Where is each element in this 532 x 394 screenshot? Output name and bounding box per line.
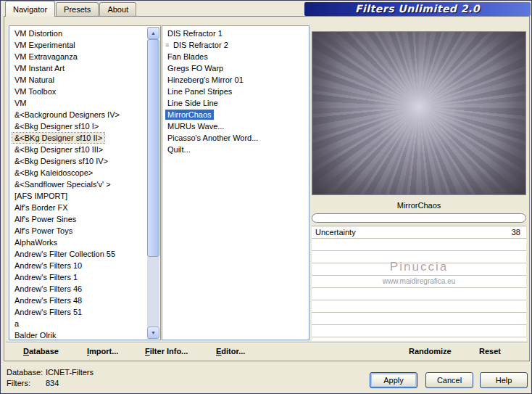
category-item[interactable]: [AFS IMPORT]: [10, 190, 147, 202]
filter-item[interactable]: DIS Refractor 1: [163, 28, 307, 39]
filter-item[interactable]: Gregs FO Warp: [163, 62, 307, 74]
help-button[interactable]: Help: [480, 372, 528, 388]
param-value: 38: [512, 226, 520, 238]
empty-row: [312, 313, 526, 325]
category-item[interactable]: a: [10, 318, 147, 329]
filter-item[interactable]: MURUs Wave...: [163, 120, 307, 132]
category-list: VM DistortionVM ExperimentalVM Extravaga…: [9, 25, 161, 340]
filter-item[interactable]: Fan Blades: [163, 51, 307, 62]
toolbar-separator: [6, 342, 528, 343]
navigator-panel: VM DistortionVM ExperimentalVM Extravaga…: [4, 16, 530, 361]
filter-item[interactable]: Picasso's Another Word...: [163, 132, 307, 144]
preview-image: [312, 31, 526, 195]
category-item[interactable]: Andrew's Filters 48: [10, 295, 147, 306]
cancel-button[interactable]: Cancel: [425, 372, 473, 388]
editor-button[interactable]: Editor...: [216, 347, 245, 356]
scrollbar-thumb[interactable]: [147, 39, 159, 257]
tab[interactable]: Presets: [56, 2, 99, 16]
filters-unlimited-dialog: NavigatorPresetsAbout Filters Unlimited …: [0, 0, 532, 394]
category-item[interactable]: &<Bkg Designers sf10 IV>: [10, 155, 147, 167]
filter-item[interactable]: Hinzeberg's Mirror 01: [163, 74, 307, 86]
database-status-value: ICNET-Filters: [46, 368, 93, 377]
category-item[interactable]: Andrew's Filters 51: [10, 306, 147, 318]
category-item[interactable]: Alf's Border FX: [10, 202, 147, 213]
category-item[interactable]: Alf's Power Toys: [10, 225, 147, 237]
empty-row: [312, 325, 526, 337]
uncertainty-slider[interactable]: [312, 213, 526, 223]
filter-item[interactable]: Quilt...: [163, 144, 307, 155]
category-item[interactable]: Balder Olrik: [10, 329, 147, 340]
filters-count-label: Filters:: [7, 379, 30, 387]
empty-row: [312, 300, 526, 313]
filter-item[interactable]: Line Panel Stripes: [163, 86, 307, 97]
category-item[interactable]: VM: [10, 97, 147, 109]
category-item[interactable]: &<Bkg Kaleidoscope>: [10, 167, 147, 178]
category-item[interactable]: &<Bkg Designer sf10 III>: [10, 144, 147, 155]
category-item[interactable]: &<Background Designers IV>: [10, 109, 147, 120]
selected-filter-name: MirrorChaos: [312, 200, 526, 212]
param-row[interactable]: Uncertainty 38: [312, 226, 526, 239]
randomize-button[interactable]: Randomize: [409, 347, 452, 356]
empty-row: [312, 251, 526, 263]
filter-info-button[interactable]: Filter Info...: [145, 347, 188, 356]
filter-item[interactable]: ≡DIS Refractor 2: [163, 39, 307, 51]
reset-button[interactable]: Reset: [479, 347, 501, 356]
scroll-up-icon[interactable]: ▲: [147, 27, 159, 39]
category-item[interactable]: AlphaWorks: [10, 237, 147, 248]
import-button[interactable]: Import...: [87, 347, 118, 356]
filter-item[interactable]: MirrorChaos: [163, 109, 307, 120]
category-item[interactable]: VM Distortion: [10, 28, 147, 39]
title-banner: Filters Unlimited 2.0: [304, 2, 531, 16]
category-item[interactable]: VM Experimental: [10, 39, 147, 51]
scroll-down-icon[interactable]: ▼: [147, 327, 159, 339]
category-item[interactable]: Andrew's Filter Collection 55: [10, 248, 147, 260]
category-item[interactable]: VM Toolbox: [10, 86, 147, 97]
empty-row: [312, 263, 526, 276]
filter-item[interactable]: Line Side Line: [163, 97, 307, 109]
list-marker-icon: ≡: [165, 39, 170, 51]
tab-strip: NavigatorPresetsAbout: [5, 1, 136, 17]
parameter-table: Uncertainty 38 Pinuccia www.maidiregrafi…: [312, 226, 526, 341]
category-scrollbar[interactable]: ▲ ▼: [147, 27, 159, 339]
category-item[interactable]: &<Bkg Designer sf10 I>: [10, 120, 147, 132]
category-item[interactable]: Alf's Power Sines: [10, 213, 147, 225]
category-item[interactable]: &<Sandflower Specials'v' >: [10, 178, 147, 190]
filter-list: DIS Refractor 1≡DIS Refractor 2Fan Blade…: [162, 25, 309, 340]
tab[interactable]: Navigator: [5, 1, 55, 17]
category-item[interactable]: VM Instant Art: [10, 62, 147, 74]
category-item[interactable]: Andrew's Filters 10: [10, 260, 147, 271]
category-item[interactable]: &<BKg Designer sf10 II>: [10, 132, 147, 144]
scrollbar-track[interactable]: [147, 257, 159, 327]
preview-column: MirrorChaos Uncertainty 38 Pinuccia www.…: [312, 17, 526, 361]
tab[interactable]: About: [99, 2, 136, 16]
filters-count-value: 834: [46, 379, 59, 387]
category-item[interactable]: VM Natural: [10, 74, 147, 86]
empty-row: [312, 276, 526, 288]
category-item[interactable]: Andrew's Filters 1: [10, 271, 147, 283]
database-button[interactable]: Database: [23, 347, 59, 356]
param-name: Uncertainty: [315, 226, 356, 238]
empty-row: [312, 288, 526, 300]
category-item[interactable]: Andrew's Filters 46: [10, 283, 147, 295]
apply-button[interactable]: Apply: [370, 372, 417, 388]
database-status-label: Database:: [7, 368, 43, 377]
category-item[interactable]: VM Extravaganza: [10, 51, 147, 62]
empty-row: [312, 239, 526, 251]
